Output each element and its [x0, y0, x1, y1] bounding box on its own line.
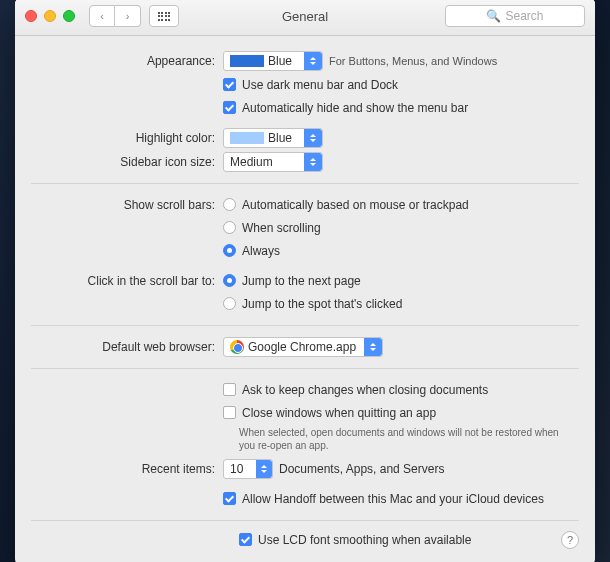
appearance-hint: For Buttons, Menus, and Windows: [329, 55, 497, 67]
dark-menu-label: Use dark menu bar and Dock: [242, 78, 398, 92]
window-title: General: [282, 9, 328, 24]
close-windows-checkbox[interactable]: [223, 406, 236, 419]
scroll-auto-radio[interactable]: [223, 198, 236, 211]
minimize-icon[interactable]: [44, 10, 56, 22]
sidebar-size-value: Medium: [230, 155, 273, 169]
recent-label: Recent items:: [15, 462, 223, 476]
appearance-value: Blue: [268, 54, 292, 68]
jump-spot-label: Jump to the spot that's clicked: [242, 297, 402, 311]
scroll-scrolling-label: When scrolling: [242, 221, 321, 235]
divider: [31, 520, 579, 521]
show-all-button[interactable]: [149, 5, 179, 27]
blue-swatch-icon: [230, 55, 264, 67]
chevron-updown-icon: [304, 153, 322, 171]
scrollbars-label: Show scroll bars:: [15, 198, 223, 212]
divider: [31, 325, 579, 326]
scroll-scrolling-radio[interactable]: [223, 221, 236, 234]
recent-suffix: Documents, Apps, and Servers: [279, 462, 444, 476]
browser-value: Google Chrome.app: [248, 340, 356, 354]
scroll-always-label: Always: [242, 244, 280, 258]
preferences-window: ‹ › General 🔍 Search Appearance: Blue: [15, 0, 595, 562]
close-icon[interactable]: [25, 10, 37, 22]
close-windows-note: When selected, open documents and window…: [239, 426, 595, 452]
jump-page-label: Jump to the next page: [242, 274, 361, 288]
highlight-select[interactable]: Blue: [223, 128, 323, 148]
titlebar: ‹ › General 🔍 Search: [15, 0, 595, 36]
sidebar-size-label: Sidebar icon size:: [15, 155, 223, 169]
recent-items-stepper[interactable]: 10: [223, 459, 273, 479]
scrollclick-label: Click in the scroll bar to:: [15, 274, 223, 288]
close-windows-label: Close windows when quitting an app: [242, 406, 436, 420]
traffic-lights: [25, 10, 75, 22]
jump-spot-radio[interactable]: [223, 297, 236, 310]
chrome-icon: [230, 340, 244, 354]
auto-hide-checkbox[interactable]: [223, 101, 236, 114]
handoff-checkbox[interactable]: [223, 492, 236, 505]
chevron-updown-icon: [304, 52, 322, 70]
help-button[interactable]: ?: [561, 531, 579, 549]
ask-changes-label: Ask to keep changes when closing documen…: [242, 383, 488, 397]
lcd-label: Use LCD font smoothing when available: [258, 533, 471, 547]
content: Appearance: Blue For Buttons, Menus, and…: [15, 36, 595, 563]
sidebar-size-select[interactable]: Medium: [223, 152, 323, 172]
jump-page-radio[interactable]: [223, 274, 236, 287]
auto-hide-label: Automatically hide and show the menu bar: [242, 101, 468, 115]
scroll-always-radio[interactable]: [223, 244, 236, 257]
highlight-value: Blue: [268, 131, 292, 145]
zoom-icon[interactable]: [63, 10, 75, 22]
dark-menu-checkbox[interactable]: [223, 78, 236, 91]
appearance-label: Appearance:: [15, 54, 223, 68]
appearance-select[interactable]: Blue: [223, 51, 323, 71]
browser-select[interactable]: Google Chrome.app: [223, 337, 383, 357]
chevron-updown-icon: [364, 338, 382, 356]
search-input[interactable]: 🔍 Search: [445, 5, 585, 27]
ask-changes-checkbox[interactable]: [223, 383, 236, 396]
highlight-swatch-icon: [230, 132, 264, 144]
grid-icon: [158, 12, 171, 21]
forward-button[interactable]: ›: [115, 5, 141, 27]
scroll-auto-label: Automatically based on mouse or trackpad: [242, 198, 469, 212]
recent-value: 10: [230, 462, 243, 476]
lcd-checkbox[interactable]: [239, 533, 252, 546]
search-icon: 🔍: [486, 9, 501, 23]
highlight-label: Highlight color:: [15, 131, 223, 145]
divider: [31, 183, 579, 184]
chevron-updown-icon: [304, 129, 322, 147]
back-button[interactable]: ‹: [89, 5, 115, 27]
search-placeholder: Search: [505, 9, 543, 23]
browser-label: Default web browser:: [15, 340, 223, 354]
chevron-updown-icon: [256, 460, 272, 478]
nav-buttons: ‹ ›: [89, 5, 141, 27]
handoff-label: Allow Handoff between this Mac and your …: [242, 492, 544, 506]
divider: [31, 368, 579, 369]
